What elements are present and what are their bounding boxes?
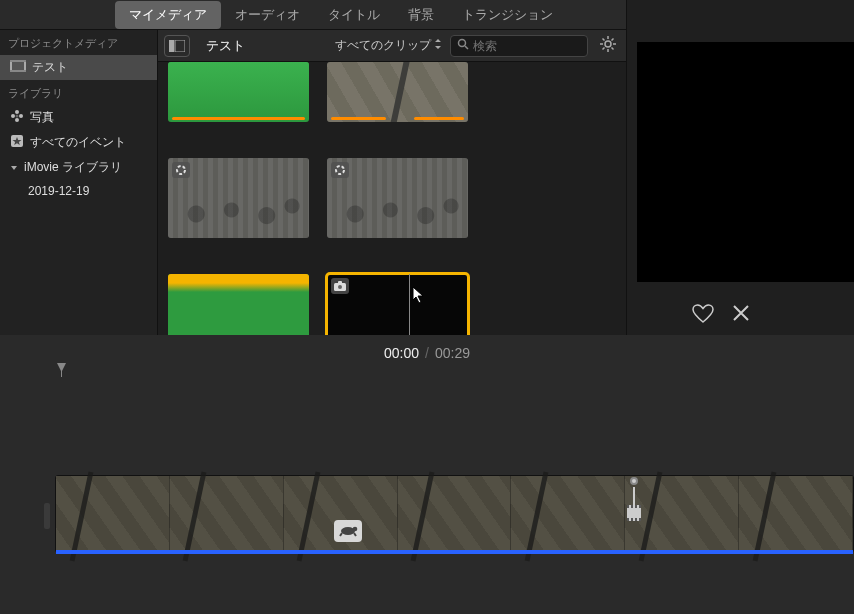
media-browser <box>158 62 628 335</box>
sidebar-item-label: テスト <box>32 59 68 76</box>
timeline-panel: 00:00 / 00:29 <box>0 335 854 614</box>
slow-motion-badge[interactable] <box>334 520 362 542</box>
svg-point-15 <box>459 40 466 47</box>
sidebar-header-project-media: プロジェクトメディア <box>0 30 157 55</box>
tab-audio[interactable]: オーディオ <box>221 1 314 29</box>
timeline-ruler[interactable] <box>0 367 854 381</box>
svg-rect-5 <box>10 60 26 62</box>
media-grid <box>168 62 618 335</box>
svg-point-9 <box>15 118 19 122</box>
loading-icon <box>331 162 349 178</box>
clip-video-crowd-1[interactable] <box>168 158 309 238</box>
turtle-icon <box>338 523 358 540</box>
settings-button[interactable] <box>596 34 620 58</box>
camera-icon <box>331 278 349 294</box>
browser-title: テスト <box>206 37 245 55</box>
timeline-video-track[interactable] <box>55 475 854 553</box>
sidebar-item-project[interactable]: テスト <box>0 55 157 80</box>
sidebar-item-imovie-library[interactable]: iMovie ライブラリ <box>0 155 157 180</box>
sidebar: プロジェクトメディア テスト ライブラリ 写真 すべてのイベント iMovie … <box>0 30 158 335</box>
svg-point-8 <box>19 114 23 118</box>
star-icon <box>10 134 24 151</box>
viewer-controls <box>627 304 854 327</box>
current-time: 00:00 <box>384 345 419 361</box>
playhead-indicator[interactable] <box>61 367 62 377</box>
sidebar-header-library: ライブラリ <box>0 80 157 105</box>
flower-icon <box>10 109 24 126</box>
svg-point-11 <box>16 115 19 118</box>
svg-point-16 <box>605 41 611 47</box>
svg-rect-13 <box>169 40 174 52</box>
svg-rect-6 <box>10 70 26 72</box>
clip-video-crowd-2[interactable] <box>327 158 468 238</box>
sidebar-item-photos[interactable]: 写真 <box>0 105 157 130</box>
svg-point-7 <box>15 110 19 114</box>
svg-point-21 <box>338 285 342 289</box>
svg-point-18 <box>336 166 344 174</box>
layout-toggle-button[interactable] <box>164 35 190 57</box>
reject-button[interactable] <box>732 304 750 327</box>
track-resize-handle[interactable] <box>44 503 50 529</box>
loading-icon <box>172 162 190 178</box>
search-box[interactable] <box>450 35 588 57</box>
gear-icon <box>599 35 617 56</box>
svg-point-10 <box>11 114 15 118</box>
browser-toolbar: テスト すべてのクリップ <box>158 30 626 62</box>
clip-playhead <box>409 274 410 335</box>
svg-point-23 <box>353 526 358 531</box>
clip-audio-1[interactable] <box>168 62 309 122</box>
freeze-frame-marker[interactable] <box>627 477 641 521</box>
sidebar-item-label: 2019-12-19 <box>28 184 89 198</box>
filter-label: すべてのクリップ <box>335 37 431 54</box>
updown-arrows-icon <box>434 38 442 53</box>
sidebar-item-label: すべてのイベント <box>30 134 126 151</box>
timeline-audio-lane <box>56 550 853 554</box>
sidebar-item-label: iMovie ライブラリ <box>24 159 122 176</box>
viewer-panel <box>626 0 854 335</box>
tab-titles[interactable]: タイトル <box>314 1 394 29</box>
clip-video-tiles[interactable] <box>327 62 468 122</box>
tab-backgrounds[interactable]: 背景 <box>394 1 448 29</box>
viewer-screen[interactable] <box>637 42 854 282</box>
tab-my-media[interactable]: マイメディア <box>115 1 221 29</box>
search-icon <box>457 38 469 53</box>
filmstrip-icon <box>10 60 26 75</box>
sidebar-item-label: 写真 <box>30 109 54 126</box>
timeline-clip[interactable] <box>56 476 853 552</box>
svg-point-17 <box>177 166 185 174</box>
cursor-icon <box>412 286 426 304</box>
svg-rect-4 <box>12 62 24 70</box>
total-time: 00:29 <box>435 345 470 361</box>
chevron-down-icon <box>10 161 18 175</box>
svg-rect-14 <box>175 40 185 52</box>
clip-filter-dropdown[interactable]: すべてのクリップ <box>335 37 442 54</box>
sidebar-item-event-date[interactable]: 2019-12-19 <box>0 180 157 202</box>
clip-photo-black[interactable] <box>327 274 468 335</box>
clip-audio-2[interactable] <box>168 274 309 335</box>
time-separator: / <box>425 345 429 361</box>
time-readout: 00:00 / 00:29 <box>384 345 470 361</box>
sidebar-item-all-events[interactable]: すべてのイベント <box>0 130 157 155</box>
svg-rect-20 <box>338 281 342 284</box>
search-input[interactable] <box>473 39 581 53</box>
favorite-button[interactable] <box>692 304 714 327</box>
tab-transitions[interactable]: トランジション <box>448 1 567 29</box>
